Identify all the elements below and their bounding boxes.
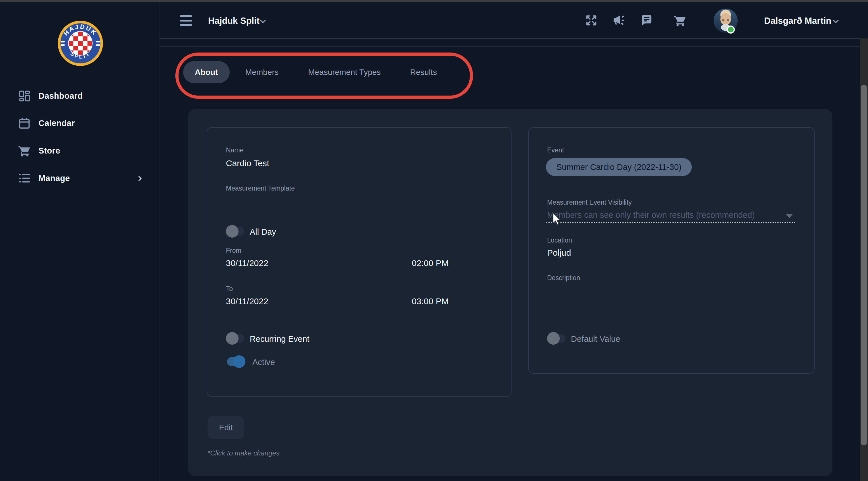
list-icon <box>18 172 31 185</box>
scrollbar-thumb[interactable] <box>861 85 867 445</box>
event-label: Event <box>547 147 564 154</box>
team-selector[interactable]: Hajduk Split <box>208 16 259 26</box>
panel-footer-divider <box>197 407 823 407</box>
name-label: Name <box>226 147 243 154</box>
calendar-icon <box>18 117 31 130</box>
user-menu[interactable]: Dalsgarð Martin <box>764 16 831 26</box>
visibility-select-underline <box>546 222 795 223</box>
topbar-divider <box>160 38 868 39</box>
visibility-select[interactable]: Members can see only their own results (… <box>547 211 755 220</box>
sidebar-item-label: Dashboard <box>38 91 83 101</box>
measurement-template-label: Measurement Template <box>226 185 295 192</box>
chevron-right-icon <box>136 175 144 182</box>
content-top-divider <box>160 46 860 47</box>
default-value-label: Default Value <box>571 334 620 344</box>
default-value-toggle[interactable] <box>548 334 565 343</box>
caret-down-icon[interactable] <box>786 214 793 218</box>
from-label: From <box>226 247 241 255</box>
sidebar-item-store[interactable]: Store <box>0 137 160 164</box>
online-status-dot <box>727 26 735 34</box>
sidebar-item-label: Store <box>38 146 60 156</box>
sidebar-divider <box>12 78 148 78</box>
all-day-toggle[interactable] <box>227 227 244 236</box>
edit-footnote: *Click to make changes <box>208 449 280 457</box>
annotation-ellipse <box>175 53 473 99</box>
megaphone-icon[interactable] <box>613 14 626 27</box>
cart-icon <box>18 144 31 157</box>
hajduk-split-logo: HAJDUK SPLIT <box>57 20 104 67</box>
from-time[interactable]: 02:00 PM <box>377 258 448 268</box>
description-label: Description <box>547 274 580 282</box>
sidebar-item-dashboard[interactable]: Dashboard <box>0 82 160 109</box>
chevron-down-icon[interactable] <box>259 17 267 25</box>
fullscreen-icon[interactable] <box>585 14 598 27</box>
window-top-strip <box>0 0 868 2</box>
to-label: To <box>226 285 233 293</box>
chat-icon[interactable] <box>640 14 653 27</box>
chevron-down-icon[interactable] <box>832 17 840 25</box>
cart-icon[interactable] <box>673 14 687 27</box>
from-date[interactable]: 30/11/2022 <box>226 258 268 268</box>
event-chip[interactable]: Summer Cardio Day (2022-11-30) <box>546 158 692 176</box>
visibility-label: Measurement Event Visibility <box>547 199 632 206</box>
dashboard-grid-icon <box>18 89 31 102</box>
menu-hamburger-button[interactable] <box>180 15 192 26</box>
sidebar-item-manage[interactable]: Manage <box>0 164 160 192</box>
location-label: Location <box>547 236 572 244</box>
location-value[interactable]: Poljud <box>547 248 571 258</box>
to-time[interactable]: 03:00 PM <box>377 296 448 306</box>
sidebar: HAJDUK SPLIT Das <box>0 2 160 481</box>
name-value[interactable]: Cardio Test <box>226 158 269 168</box>
to-date[interactable]: 30/11/2022 <box>226 296 268 306</box>
sidebar-item-calendar[interactable]: Calendar <box>0 109 160 137</box>
recurring-event-label: Recurring Event <box>250 334 309 344</box>
active-label: Active <box>252 358 275 367</box>
all-day-label: All Day <box>250 227 276 237</box>
mouse-cursor <box>551 212 562 227</box>
sidebar-item-label: Calendar <box>38 119 75 128</box>
recurring-event-toggle[interactable] <box>227 334 244 343</box>
sidebar-item-label: Manage <box>38 173 70 183</box>
active-toggle[interactable] <box>227 357 244 366</box>
edit-button[interactable]: Edit <box>208 416 244 439</box>
